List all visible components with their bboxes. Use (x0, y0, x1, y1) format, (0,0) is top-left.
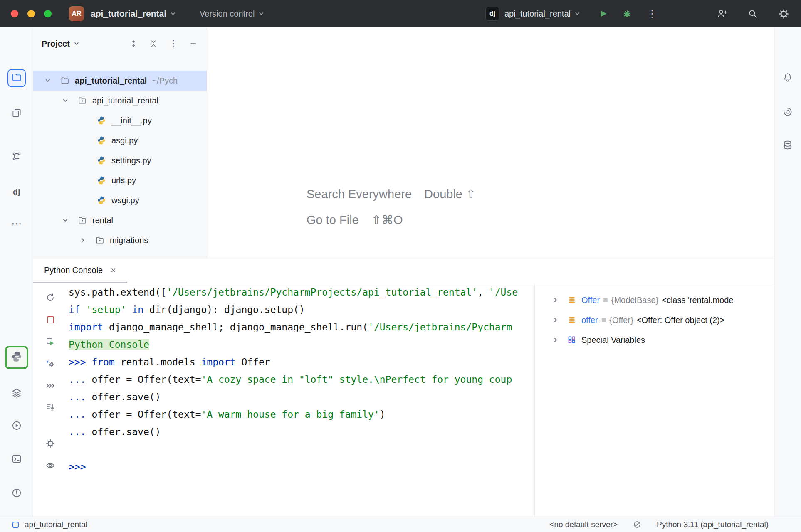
search-icon[interactable] (745, 6, 760, 21)
eye-icon[interactable] (43, 458, 58, 473)
run-button[interactable] (596, 6, 611, 21)
tree-item-label: api_tutorial_rental (92, 96, 158, 106)
console-output-area[interactable]: sys.path.extend(['/Users/jetbrains/Pycha… (67, 283, 534, 517)
python-interpreter-widget[interactable]: Python 3.11 (api_tutorial_rental) (657, 520, 769, 529)
more-tool-windows-button[interactable]: ⋯ (7, 214, 27, 234)
active-tab-indicator (33, 282, 127, 283)
package-icon (95, 235, 105, 245)
problems-tool-window-button[interactable] (7, 484, 27, 504)
tree-row-file[interactable]: __init__.py (33, 111, 207, 131)
project-panel-title[interactable]: Project (42, 39, 70, 49)
tree-item-label: settings.py (111, 156, 151, 165)
rerun-icon[interactable] (43, 290, 58, 305)
code-segment: from (91, 357, 120, 367)
code-segment: ) (380, 409, 386, 420)
console-tabbar: Python Console (33, 258, 774, 283)
console-settings-gear-icon[interactable] (43, 436, 58, 451)
variable-row[interactable]: Offer = {ModelBase} <class 'rental.mode (535, 290, 774, 310)
close-icon[interactable] (110, 267, 116, 273)
tree-row-package[interactable]: api_tutorial_rental (33, 91, 207, 111)
run-configuration-selector[interactable]: api_tutorial_rental (504, 9, 581, 19)
code-segment: offer.save() (91, 392, 161, 402)
hint-label: Search Everywhere (307, 187, 412, 201)
chevron-right-icon[interactable] (552, 337, 561, 343)
special-variables-label: Special Variables (581, 335, 645, 345)
chevron-right-icon[interactable] (77, 237, 89, 244)
add-user-icon[interactable] (714, 6, 729, 21)
variable-row[interactable]: offer = {Offer} <Offer: Offer object (2)… (535, 310, 774, 330)
python-console-icon (11, 351, 22, 364)
structure-tool-window-button[interactable] (7, 147, 27, 167)
editor-area: Search Everywhere Double ⇧ Go to File ⇧⌘… (208, 27, 774, 258)
chevron-down-icon[interactable] (170, 10, 176, 17)
run-tool-window-button[interactable] (7, 416, 27, 436)
settings-gear-icon[interactable] (776, 6, 791, 21)
collapse-all-icon[interactable] (148, 39, 158, 49)
tree-row-folder[interactable]: migrations (33, 230, 207, 250)
attach-debugger-icon[interactable] (43, 356, 58, 371)
minimize-window-button[interactable] (27, 10, 35, 17)
panel-options-kebab-icon[interactable]: ⋮ (168, 39, 178, 49)
variable-equals: = (603, 296, 608, 305)
history-icon[interactable] (43, 378, 58, 393)
tree-row-file[interactable]: settings.py (33, 150, 207, 170)
commit-icon (11, 108, 22, 120)
tree-row-file[interactable]: asgi.py (33, 131, 207, 150)
layers-icon (11, 388, 22, 400)
statusbar: api_tutorial_rental <no default server> … (0, 517, 801, 532)
code-segment: in (126, 304, 149, 315)
python-console-tool-window-button[interactable] (5, 346, 28, 369)
tab-python-console[interactable]: Python Console (33, 258, 127, 283)
package-icon (77, 96, 87, 106)
chevron-down-icon[interactable] (42, 77, 54, 84)
chevron-right-icon[interactable] (552, 317, 561, 323)
close-window-button[interactable] (11, 10, 18, 17)
chevron-down-icon[interactable] (59, 217, 72, 224)
code-segment: rental.models (121, 357, 201, 367)
chevron-down-icon[interactable] (59, 97, 72, 104)
code-segment: >>> (69, 357, 91, 367)
ai-assistant-button[interactable] (779, 103, 797, 122)
variable-type: {Offer} (609, 315, 633, 325)
code-segment: 'A cozy space in "loft" style.\nPerfect … (201, 374, 512, 385)
variable-equals: = (601, 315, 606, 325)
avatar[interactable]: AR (69, 6, 84, 21)
python-file-icon (96, 155, 106, 165)
variable-value: <class 'rental.mode (662, 296, 733, 305)
chevron-right-icon[interactable] (552, 297, 561, 303)
hint-shortcut: Double ⇧ (424, 187, 476, 201)
console-prompt-line[interactable]: >>> (67, 458, 534, 475)
execute-icon[interactable] (43, 334, 58, 349)
notifications-button[interactable] (779, 69, 797, 87)
tree-row-package[interactable]: rental (33, 210, 207, 230)
maximize-window-button[interactable] (44, 10, 52, 17)
commit-tool-window-button[interactable] (7, 104, 27, 124)
more-actions-kebab-icon[interactable]: ⋮ (645, 6, 660, 21)
stop-icon[interactable] (43, 312, 58, 327)
traffic-lights (0, 10, 52, 17)
tree-row-project-root[interactable]: api_tutorial_rental ~/Pych (33, 71, 207, 91)
statusbar-project-name[interactable]: api_tutorial_rental (25, 520, 87, 529)
tree-item-label: urls.py (111, 176, 136, 185)
database-button[interactable] (779, 137, 797, 155)
terminal-tool-window-button[interactable] (7, 450, 27, 470)
django-structure-tool-window-button[interactable]: dj (7, 182, 27, 202)
debug-button[interactable] (620, 6, 635, 21)
package-icon (77, 215, 87, 225)
project-tool-window-button[interactable] (7, 69, 26, 87)
special-variables-row[interactable]: Special Variables (535, 330, 774, 350)
tree-row-file[interactable]: urls.py (33, 170, 207, 190)
console-line (67, 441, 534, 458)
select-opened-file-icon[interactable] (129, 39, 138, 49)
project-widget-icon[interactable] (12, 522, 19, 528)
version-control-widget[interactable]: Version control (200, 9, 265, 19)
default-server-widget[interactable]: <no default server> (549, 520, 618, 529)
scroll-to-end-icon[interactable] (43, 400, 58, 415)
code-segment: 'A warm house for a big family' (201, 409, 380, 420)
tree-row-file[interactable]: wsgi.py (33, 190, 207, 210)
project-name-widget[interactable]: api_tutorial_rental (91, 9, 166, 19)
slashed-circle-icon[interactable] (633, 520, 642, 529)
hide-panel-icon[interactable] (188, 39, 198, 49)
services-tool-window-button[interactable] (7, 384, 27, 404)
chevron-down-icon[interactable] (73, 40, 80, 47)
